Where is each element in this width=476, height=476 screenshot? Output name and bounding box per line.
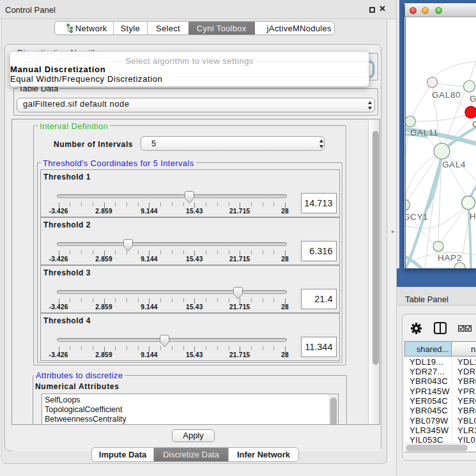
svg-text:GAL80: GAL80 bbox=[432, 90, 461, 100]
svg-text:GCY1: GCY1 bbox=[406, 212, 428, 222]
svg-text:GAL11: GAL11 bbox=[410, 128, 438, 137]
svg-text:GAL4: GAL4 bbox=[442, 160, 466, 169]
svg-text:HAP2: HAP2 bbox=[438, 253, 462, 263]
svg-text:C: C bbox=[472, 119, 476, 129]
svg-text:G: G bbox=[470, 94, 476, 104]
svg-text:H: H bbox=[470, 211, 476, 221]
